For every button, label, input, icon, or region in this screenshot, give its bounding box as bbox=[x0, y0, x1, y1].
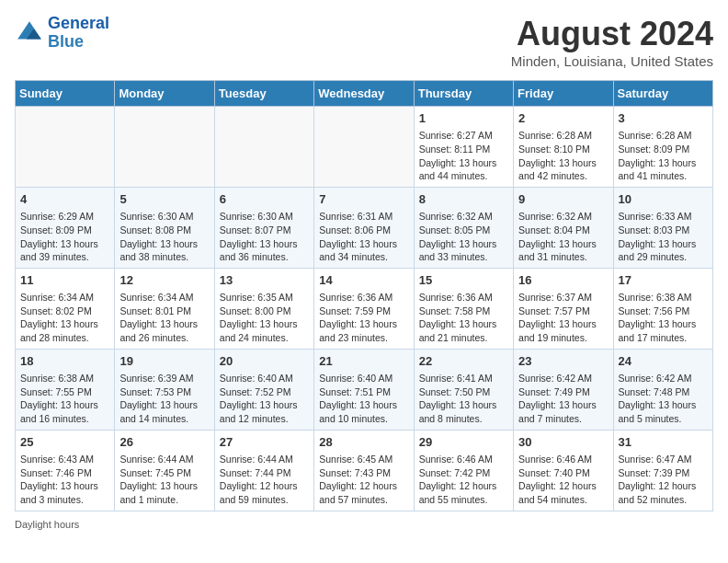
calendar-cell: 23Sunrise: 6:42 AM Sunset: 7:49 PM Dayli… bbox=[514, 349, 613, 430]
day-info: Sunrise: 6:47 AM Sunset: 7:39 PM Dayligh… bbox=[619, 453, 708, 507]
logo-text: General Blue bbox=[48, 15, 109, 52]
calendar-cell: 27Sunrise: 6:44 AM Sunset: 7:44 PM Dayli… bbox=[214, 430, 313, 511]
calendar-cell: 26Sunrise: 6:44 AM Sunset: 7:45 PM Dayli… bbox=[115, 430, 214, 511]
day-number: 19 bbox=[119, 353, 209, 370]
page-header: General Blue August 2024 Minden, Louisia… bbox=[15, 15, 713, 69]
calendar-cell: 1Sunrise: 6:27 AM Sunset: 8:11 PM Daylig… bbox=[414, 107, 513, 188]
calendar-cell: 21Sunrise: 6:40 AM Sunset: 7:51 PM Dayli… bbox=[314, 349, 414, 430]
calendar-week-1: 1Sunrise: 6:27 AM Sunset: 8:11 PM Daylig… bbox=[16, 107, 713, 188]
day-number: 7 bbox=[319, 191, 408, 208]
day-number: 17 bbox=[619, 272, 708, 289]
day-number: 10 bbox=[619, 191, 708, 208]
day-info: Sunrise: 6:32 AM Sunset: 8:05 PM Dayligh… bbox=[419, 210, 508, 264]
calendar-cell: 14Sunrise: 6:36 AM Sunset: 7:59 PM Dayli… bbox=[314, 268, 414, 349]
calendar-cell: 8Sunrise: 6:32 AM Sunset: 8:05 PM Daylig… bbox=[414, 187, 513, 268]
day-number: 16 bbox=[518, 272, 608, 289]
page-subtitle: Minden, Louisiana, United States bbox=[511, 53, 713, 69]
day-info: Sunrise: 6:39 AM Sunset: 7:53 PM Dayligh… bbox=[119, 372, 209, 426]
calendar-cell bbox=[16, 107, 115, 188]
day-info: Sunrise: 6:44 AM Sunset: 7:45 PM Dayligh… bbox=[119, 453, 209, 507]
day-number: 29 bbox=[419, 434, 508, 451]
calendar-cell: 13Sunrise: 6:35 AM Sunset: 8:00 PM Dayli… bbox=[214, 268, 313, 349]
day-info: Sunrise: 6:33 AM Sunset: 8:03 PM Dayligh… bbox=[619, 210, 708, 264]
calendar-cell: 19Sunrise: 6:39 AM Sunset: 7:53 PM Dayli… bbox=[115, 349, 214, 430]
calendar-cell: 17Sunrise: 6:38 AM Sunset: 7:56 PM Dayli… bbox=[613, 268, 712, 349]
day-info: Sunrise: 6:41 AM Sunset: 7:50 PM Dayligh… bbox=[419, 372, 508, 426]
calendar-week-3: 11Sunrise: 6:34 AM Sunset: 8:02 PM Dayli… bbox=[16, 268, 713, 349]
day-info: Sunrise: 6:40 AM Sunset: 7:51 PM Dayligh… bbox=[319, 372, 408, 426]
column-header-wednesday: Wednesday bbox=[314, 81, 414, 107]
day-info: Sunrise: 6:43 AM Sunset: 7:46 PM Dayligh… bbox=[20, 453, 109, 507]
column-header-saturday: Saturday bbox=[613, 81, 712, 107]
calendar-cell: 24Sunrise: 6:42 AM Sunset: 7:48 PM Dayli… bbox=[613, 349, 712, 430]
column-header-monday: Monday bbox=[115, 81, 214, 107]
day-number: 23 bbox=[518, 353, 608, 370]
day-info: Sunrise: 6:29 AM Sunset: 8:09 PM Dayligh… bbox=[20, 210, 109, 264]
day-info: Sunrise: 6:45 AM Sunset: 7:43 PM Dayligh… bbox=[319, 453, 408, 507]
day-info: Sunrise: 6:36 AM Sunset: 7:58 PM Dayligh… bbox=[419, 291, 508, 345]
day-info: Sunrise: 6:30 AM Sunset: 8:08 PM Dayligh… bbox=[119, 210, 209, 264]
logo-line1: General bbox=[48, 14, 109, 32]
day-info: Sunrise: 6:44 AM Sunset: 7:44 PM Dayligh… bbox=[220, 453, 309, 507]
calendar-cell: 18Sunrise: 6:38 AM Sunset: 7:55 PM Dayli… bbox=[16, 349, 115, 430]
calendar-cell: 16Sunrise: 6:37 AM Sunset: 7:57 PM Dayli… bbox=[514, 268, 613, 349]
day-number: 25 bbox=[20, 434, 109, 451]
calendar-cell bbox=[115, 107, 214, 188]
day-number: 31 bbox=[619, 434, 708, 451]
day-info: Sunrise: 6:40 AM Sunset: 7:52 PM Dayligh… bbox=[220, 372, 309, 426]
day-number: 8 bbox=[419, 191, 508, 208]
calendar-cell: 28Sunrise: 6:45 AM Sunset: 7:43 PM Dayli… bbox=[314, 430, 414, 511]
day-info: Sunrise: 6:42 AM Sunset: 7:49 PM Dayligh… bbox=[518, 372, 608, 426]
calendar-cell: 15Sunrise: 6:36 AM Sunset: 7:58 PM Dayli… bbox=[414, 268, 513, 349]
day-info: Sunrise: 6:30 AM Sunset: 8:07 PM Dayligh… bbox=[220, 210, 309, 264]
calendar-week-2: 4Sunrise: 6:29 AM Sunset: 8:09 PM Daylig… bbox=[16, 187, 713, 268]
column-header-thursday: Thursday bbox=[414, 81, 513, 107]
day-info: Sunrise: 6:38 AM Sunset: 7:55 PM Dayligh… bbox=[20, 372, 109, 426]
day-info: Sunrise: 6:28 AM Sunset: 8:09 PM Dayligh… bbox=[619, 129, 708, 183]
calendar-cell: 12Sunrise: 6:34 AM Sunset: 8:01 PM Dayli… bbox=[115, 268, 214, 349]
page-title: August 2024 bbox=[511, 15, 713, 53]
day-number: 20 bbox=[220, 353, 309, 370]
calendar-cell: 30Sunrise: 6:46 AM Sunset: 7:40 PM Dayli… bbox=[514, 430, 613, 511]
day-info: Sunrise: 6:46 AM Sunset: 7:42 PM Dayligh… bbox=[419, 453, 508, 507]
footer: Daylight hours bbox=[15, 519, 713, 530]
day-number: 30 bbox=[518, 434, 608, 451]
logo: General Blue bbox=[15, 15, 109, 52]
calendar-cell: 25Sunrise: 6:43 AM Sunset: 7:46 PM Dayli… bbox=[16, 430, 115, 511]
day-number: 4 bbox=[20, 191, 109, 208]
title-block: August 2024 Minden, Louisiana, United St… bbox=[511, 15, 713, 69]
day-number: 12 bbox=[119, 272, 209, 289]
day-number: 15 bbox=[419, 272, 508, 289]
calendar-cell: 29Sunrise: 6:46 AM Sunset: 7:42 PM Dayli… bbox=[414, 430, 513, 511]
column-header-sunday: Sunday bbox=[16, 81, 115, 107]
day-number: 27 bbox=[220, 434, 309, 451]
day-number: 24 bbox=[619, 353, 708, 370]
calendar-week-5: 25Sunrise: 6:43 AM Sunset: 7:46 PM Dayli… bbox=[16, 430, 713, 511]
day-info: Sunrise: 6:34 AM Sunset: 8:01 PM Dayligh… bbox=[119, 291, 209, 345]
calendar-cell: 7Sunrise: 6:31 AM Sunset: 8:06 PM Daylig… bbox=[314, 187, 414, 268]
day-number: 18 bbox=[20, 353, 109, 370]
calendar-cell: 11Sunrise: 6:34 AM Sunset: 8:02 PM Dayli… bbox=[16, 268, 115, 349]
day-number: 1 bbox=[419, 110, 508, 127]
day-number: 26 bbox=[119, 434, 209, 451]
day-number: 28 bbox=[319, 434, 408, 451]
day-info: Sunrise: 6:28 AM Sunset: 8:10 PM Dayligh… bbox=[518, 129, 608, 183]
day-info: Sunrise: 6:31 AM Sunset: 8:06 PM Dayligh… bbox=[319, 210, 408, 264]
day-info: Sunrise: 6:42 AM Sunset: 7:48 PM Dayligh… bbox=[619, 372, 708, 426]
logo-icon bbox=[15, 18, 44, 48]
calendar-cell: 22Sunrise: 6:41 AM Sunset: 7:50 PM Dayli… bbox=[414, 349, 513, 430]
calendar-cell: 6Sunrise: 6:30 AM Sunset: 8:07 PM Daylig… bbox=[214, 187, 313, 268]
day-info: Sunrise: 6:46 AM Sunset: 7:40 PM Dayligh… bbox=[518, 453, 608, 507]
calendar-cell bbox=[214, 107, 313, 188]
day-number: 9 bbox=[518, 191, 608, 208]
day-info: Sunrise: 6:38 AM Sunset: 7:56 PM Dayligh… bbox=[619, 291, 708, 345]
column-header-tuesday: Tuesday bbox=[214, 81, 313, 107]
calendar-cell: 3Sunrise: 6:28 AM Sunset: 8:09 PM Daylig… bbox=[613, 107, 712, 188]
calendar-cell: 31Sunrise: 6:47 AM Sunset: 7:39 PM Dayli… bbox=[613, 430, 712, 511]
day-info: Sunrise: 6:32 AM Sunset: 8:04 PM Dayligh… bbox=[518, 210, 608, 264]
day-info: Sunrise: 6:27 AM Sunset: 8:11 PM Dayligh… bbox=[419, 129, 508, 183]
calendar-cell: 20Sunrise: 6:40 AM Sunset: 7:52 PM Dayli… bbox=[214, 349, 313, 430]
day-number: 21 bbox=[319, 353, 408, 370]
calendar-cell: 2Sunrise: 6:28 AM Sunset: 8:10 PM Daylig… bbox=[514, 107, 613, 188]
calendar-cell bbox=[314, 107, 414, 188]
